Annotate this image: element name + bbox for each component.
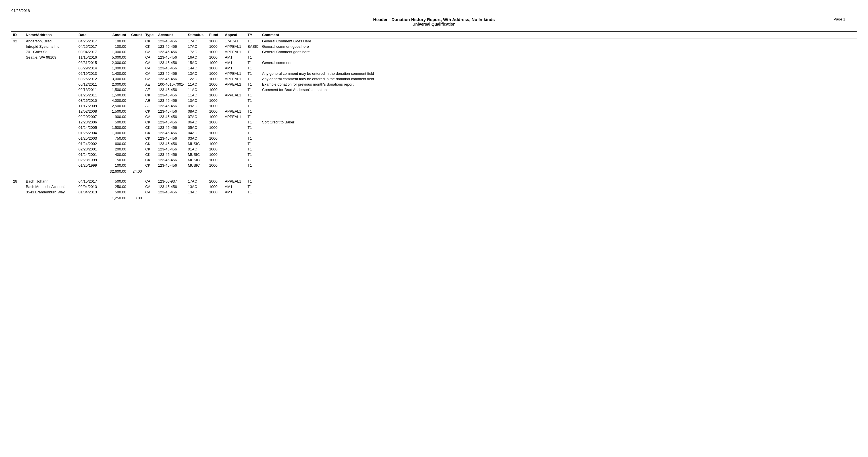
donation-fund: 1000 — [208, 136, 223, 141]
donation-date: 02/18/2011 — [77, 87, 102, 92]
donation-ty: T1 — [246, 60, 260, 65]
donation-type: CA — [144, 65, 156, 71]
col-header-count: Count — [128, 32, 144, 38]
donor-id: 32 — [11, 38, 24, 168]
subtotal-empty-0 — [11, 168, 24, 174]
col-header-ty: TY — [246, 32, 260, 38]
donation-ty: T1 — [246, 38, 260, 44]
donor-name-placeholder — [24, 71, 77, 76]
table-row: 12/02/20081,500.00CK123-45-45608AC1000AP… — [11, 109, 857, 114]
donation-appeal: 17ACA1 — [223, 38, 246, 44]
donation-account: 123-45-456 — [156, 44, 186, 49]
donation-ty: T1 — [246, 184, 260, 190]
donation-type: CK — [144, 136, 156, 141]
donation-appeal: APPEAL2 — [223, 82, 246, 87]
donor-name-placeholder — [24, 136, 77, 141]
donation-amount: 2,500.00 — [102, 103, 128, 109]
donation-fund: 2000 — [208, 179, 223, 184]
donation-date: 11/15/2016 — [77, 55, 102, 60]
donor-name-placeholder — [24, 146, 77, 152]
donation-account: 100-4010-7001- — [156, 82, 186, 87]
donation-comment — [260, 190, 857, 195]
donation-account: 123-45-456 — [156, 87, 186, 92]
donation-amount: 1,000.00 — [102, 130, 128, 136]
donation-type: CK — [144, 152, 156, 157]
donation-ty: T1 — [246, 71, 260, 76]
donation-amount: 500.00 — [102, 190, 128, 195]
donation-comment — [260, 114, 857, 119]
donation-stimulus: 07AC — [186, 114, 208, 119]
donation-ty: T1 — [246, 190, 260, 195]
donation-ty: T1 — [246, 163, 260, 168]
subtotal-empty-5 — [144, 168, 156, 174]
donation-fund: 1000 — [208, 130, 223, 136]
col-header-name: Name/Address — [24, 32, 77, 38]
donation-appeal: APPEAL1 — [223, 76, 246, 82]
donation-account: 123-45-456 — [156, 125, 186, 130]
subtotal-empty-1 — [24, 168, 77, 174]
donation-stimulus: MUSIC — [186, 152, 208, 157]
donation-appeal — [223, 152, 246, 157]
donation-date: 02/20/2007 — [77, 114, 102, 119]
donation-count — [128, 49, 144, 55]
donation-fund: 1000 — [208, 141, 223, 146]
table-row: 01/24/2002600.00CK123-45-456MUSIC1000T1 — [11, 141, 857, 146]
donation-amount: 750.00 — [102, 136, 128, 141]
col-header-account: Account — [156, 32, 186, 38]
donation-stimulus: 13AC — [186, 71, 208, 76]
subtotal-row: 1,250.003.00 — [11, 195, 857, 201]
donation-type: AE — [144, 98, 156, 103]
donor-id: 28 — [11, 179, 24, 195]
donation-date: 08/31/2015 — [77, 60, 102, 65]
donor-address-line: Bach Memorial Account — [24, 184, 77, 190]
donation-fund: 1000 — [208, 71, 223, 76]
donation-appeal — [223, 98, 246, 103]
table-row: 01/24/20051,500.00CK123-45-45605AC1000T1 — [11, 125, 857, 130]
donation-count — [128, 130, 144, 136]
subtotal-empty-0 — [11, 195, 24, 201]
donation-ty: T1 — [246, 179, 260, 184]
table-row: Bach Memorial Account02/04/2013250.00CA1… — [11, 184, 857, 190]
donation-amount: 100.00 — [102, 38, 128, 44]
donation-stimulus: 14AC — [186, 65, 208, 71]
donation-amount: 900.00 — [102, 114, 128, 119]
donation-comment: Any general comment may be entered in th… — [260, 71, 857, 76]
donation-comment — [260, 146, 857, 152]
donation-type: CA — [144, 114, 156, 119]
donation-date: 05/12/2011 — [77, 82, 102, 87]
donation-account: 123-45-456 — [156, 163, 186, 168]
table-row: 01/25/20111,500.00CK123-45-45611AC1000AP… — [11, 92, 857, 98]
donation-count — [128, 76, 144, 82]
donor-name-placeholder — [24, 65, 77, 71]
donor-name-placeholder — [24, 119, 77, 125]
donation-count — [128, 103, 144, 109]
donation-appeal — [223, 103, 246, 109]
donation-account: 123-45-456 — [156, 109, 186, 114]
donation-fund: 1000 — [208, 157, 223, 163]
donation-stimulus: MUSIC — [186, 163, 208, 168]
donation-account: 123-45-456 — [156, 55, 186, 60]
donation-comment — [260, 163, 857, 168]
donation-count — [128, 38, 144, 44]
donation-appeal: AM1 — [223, 184, 246, 190]
donation-amount: 500.00 — [102, 119, 128, 125]
donation-stimulus: 11AC — [186, 87, 208, 92]
donation-type: CK — [144, 125, 156, 130]
donation-ty: T1 — [246, 49, 260, 55]
col-header-appeal: Appeal — [223, 32, 246, 38]
donation-fund: 1000 — [208, 125, 223, 130]
subtotal-empty-1 — [24, 195, 77, 201]
donor-name: Anderson, Brad — [24, 38, 77, 44]
donor-address-line: Intrepid Systems Inc. — [24, 44, 77, 49]
col-header-fund: Fund — [208, 32, 223, 38]
donation-appeal: APPEAL1 — [223, 44, 246, 49]
subtotal-empty-8 — [208, 168, 223, 174]
donation-account: 123-45-456 — [156, 38, 186, 44]
donation-type: AE — [144, 103, 156, 109]
donation-appeal — [223, 157, 246, 163]
donation-count — [128, 71, 144, 76]
donation-date: 01/04/2013 — [77, 190, 102, 195]
donation-account: 123-45-456 — [156, 184, 186, 190]
donation-ty: T1 — [246, 119, 260, 125]
donation-stimulus: 08AC — [186, 109, 208, 114]
